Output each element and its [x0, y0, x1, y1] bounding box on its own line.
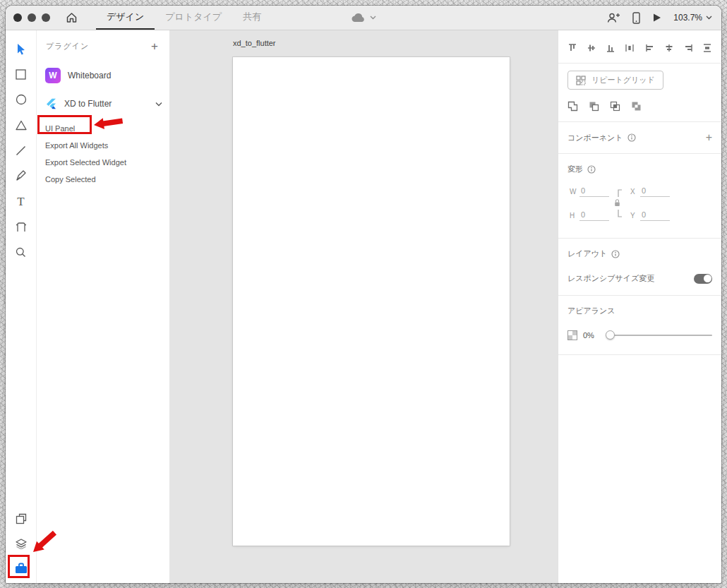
width-input[interactable]: [579, 186, 609, 197]
tab-share[interactable]: 共有: [232, 6, 272, 30]
app-body: T: [6, 30, 721, 583]
ellipse-tool[interactable]: [15, 93, 28, 106]
plugins-panel-title: プラグイン: [46, 41, 89, 52]
menu-item-export-selected-widget[interactable]: Export Selected Widget: [37, 154, 169, 171]
layout-label: レイアウト: [567, 248, 607, 259]
height-input[interactable]: [579, 210, 609, 221]
distribute-vertical-icon[interactable]: [702, 43, 712, 53]
info-icon[interactable]: [611, 250, 620, 258]
cloud-document-menu[interactable]: [351, 13, 376, 23]
invite-user-icon[interactable]: [607, 12, 620, 23]
plugins-panel: プラグイン + W Whiteboard XD to Flutter: [37, 30, 169, 583]
boolean-intersect-icon[interactable]: [610, 101, 620, 112]
traffic-lights: [13, 13, 50, 22]
distribute-horizontal-icon[interactable]: [625, 43, 635, 53]
repeat-grid-icon: [576, 76, 586, 85]
text-tool[interactable]: T: [15, 195, 28, 208]
play-icon[interactable]: [652, 13, 661, 23]
add-plugin-button[interactable]: +: [151, 42, 158, 52]
vertical-align-group: [567, 43, 635, 53]
plugin-name: XD to Flutter: [64, 99, 112, 109]
y-label: Y: [630, 212, 640, 220]
zoom-window-button[interactable]: [42, 13, 50, 22]
info-icon[interactable]: [587, 165, 596, 174]
rectangle-tool[interactable]: [15, 68, 28, 80]
zoom-tool[interactable]: [15, 246, 28, 258]
device-preview-icon[interactable]: [632, 12, 640, 24]
boolean-ops-section: [558, 95, 721, 121]
appearance-section: アピアランス 0%: [558, 296, 721, 354]
layout-section: レイアウト レスポンシブサイズ変更: [558, 239, 721, 295]
horizontal-align-group: [645, 43, 712, 53]
menu-item-export-all-widgets[interactable]: Export All Widgets: [37, 137, 169, 154]
slider-knob[interactable]: [606, 330, 615, 340]
line-tool[interactable]: [15, 144, 28, 157]
whiteboard-icon: W: [45, 68, 61, 83]
cloud-icon: [351, 13, 366, 23]
align-top-icon[interactable]: [567, 43, 577, 53]
property-inspector: リピートグリッド コンポーネント +: [558, 30, 721, 583]
add-component-button[interactable]: +: [706, 131, 712, 144]
desktop: デザイン プロトタイプ 共有 103.7%: [0, 0, 727, 588]
lock-aspect-icon[interactable]: [613, 187, 623, 220]
repeat-grid-label: リピートグリッド: [591, 75, 655, 85]
polygon-tool[interactable]: [15, 119, 28, 131]
responsive-resize-toggle[interactable]: [694, 274, 712, 284]
appearance-title-row: アピアランス: [567, 306, 712, 316]
repeat-grid-button[interactable]: リピートグリッド: [567, 71, 663, 90]
boolean-exclude-icon[interactable]: [631, 101, 642, 112]
transform-section: 変形 W X H Y: [558, 154, 721, 238]
annotation-box-ui-panel: [37, 115, 92, 134]
align-center-icon[interactable]: [664, 43, 674, 53]
repeat-grid-section: リピートグリッド: [558, 64, 721, 95]
x-input[interactable]: [640, 186, 670, 197]
responsive-resize-label: レスポンシブサイズ変更: [567, 273, 654, 284]
responsive-resize-row: レスポンシブサイズ変更: [567, 273, 712, 284]
boolean-subtract-icon[interactable]: [589, 101, 599, 112]
transform-row-2: H Y: [570, 210, 712, 221]
artboard-tool[interactable]: [15, 220, 28, 233]
artboard-name-label[interactable]: xd_to_flutter: [233, 39, 276, 47]
component-label: コンポーネント: [567, 133, 623, 143]
plugins-panel-header: プラグイン +: [37, 30, 169, 58]
artboard[interactable]: [233, 57, 510, 546]
canvas[interactable]: xd_to_flutter: [169, 30, 558, 583]
close-window-button[interactable]: [13, 13, 22, 22]
select-tool[interactable]: [15, 42, 28, 55]
tool-bar: T: [6, 30, 37, 583]
plugin-item-whiteboard[interactable]: W Whiteboard: [37, 64, 169, 88]
chevron-down-icon[interactable]: [155, 102, 162, 107]
width-label: W: [570, 188, 579, 196]
tab-design[interactable]: デザイン: [96, 6, 155, 30]
info-icon[interactable]: [627, 133, 636, 142]
minimize-window-button[interactable]: [28, 13, 36, 22]
layers-icon[interactable]: [15, 537, 28, 550]
transform-row-1: W X: [570, 186, 712, 197]
tab-prototype[interactable]: プロトタイプ: [155, 6, 232, 30]
boolean-add-icon[interactable]: [567, 101, 578, 112]
opacity-slider[interactable]: [606, 330, 712, 340]
plugin-item-xd-to-flutter[interactable]: XD to Flutter: [37, 92, 169, 116]
y-input[interactable]: [640, 210, 670, 221]
layout-title-row: レイアウト: [567, 248, 712, 259]
toggle-knob: [704, 275, 711, 282]
menu-item-copy-selected[interactable]: Copy Selected: [37, 171, 169, 188]
align-bottom-icon[interactable]: [606, 43, 615, 53]
zoom-level-control[interactable]: 103.7%: [673, 13, 712, 23]
divider: [558, 354, 721, 355]
pen-tool[interactable]: [15, 169, 28, 182]
align-right-icon[interactable]: [683, 43, 693, 53]
titlebar: デザイン プロトタイプ 共有 103.7%: [6, 6, 721, 30]
chevron-down-icon: [370, 16, 376, 20]
opacity-value: 0%: [583, 331, 594, 340]
align-middle-icon[interactable]: [587, 43, 596, 53]
x-label: X: [630, 188, 640, 196]
appearance-label: アピアランス: [567, 306, 615, 316]
slider-track: [606, 335, 712, 336]
home-icon[interactable]: [66, 12, 78, 23]
transform-label: 変形: [567, 164, 583, 174]
zoom-level-value: 103.7%: [673, 13, 702, 23]
asset-export-icon[interactable]: [15, 512, 28, 525]
plugin-name: Whiteboard: [68, 71, 111, 80]
align-left-icon[interactable]: [645, 43, 655, 53]
